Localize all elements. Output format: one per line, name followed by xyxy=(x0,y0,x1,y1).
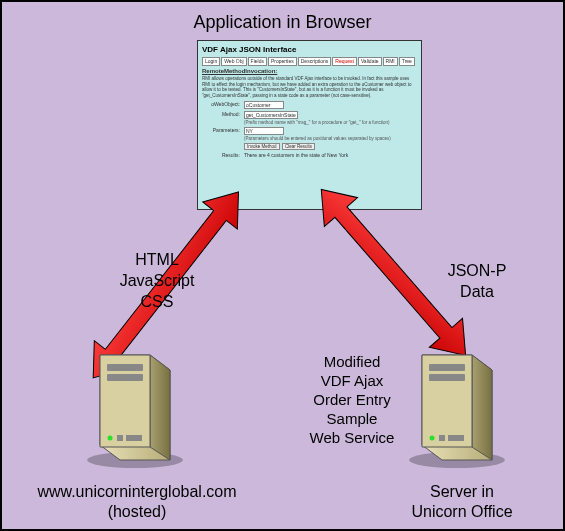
desc-l2: VDF Ajax xyxy=(302,371,402,390)
svg-rect-4 xyxy=(117,435,123,441)
svg-rect-7 xyxy=(429,364,465,371)
caption-right-l1: Server in xyxy=(362,482,562,502)
arrow-left-l3: CSS xyxy=(107,291,207,312)
desc-l4: Sample xyxy=(302,409,402,428)
arrow-right-l1: JSON-P xyxy=(432,260,522,281)
server-left-icon xyxy=(80,340,190,470)
arrow-right-label: JSON-P Data xyxy=(432,260,522,302)
svg-rect-11 xyxy=(448,435,464,441)
caption-left-l1: www.unicorninterglobal.com xyxy=(12,482,262,502)
svg-point-3 xyxy=(108,436,113,441)
svg-rect-5 xyxy=(126,435,142,441)
caption-right-l2: Unicorn Office xyxy=(362,502,562,522)
arrow-right-l2: Data xyxy=(432,281,522,302)
arrow-left-l1: HTML xyxy=(107,249,207,270)
svg-rect-10 xyxy=(439,435,445,441)
server-right-caption: Server in Unicorn Office xyxy=(362,482,562,522)
arrow-left-l2: JavaScript xyxy=(107,270,207,291)
desc-l1: Modified xyxy=(302,352,402,371)
desc-l3: Order Entry xyxy=(302,390,402,409)
desc-l5: Web Service xyxy=(302,428,402,447)
server-left-caption: www.unicorninterglobal.com (hosted) xyxy=(12,482,262,522)
server-right-icon xyxy=(402,340,512,470)
svg-rect-2 xyxy=(107,374,143,381)
svg-rect-1 xyxy=(107,364,143,371)
svg-point-9 xyxy=(430,436,435,441)
server-right-desc: Modified VDF Ajax Order Entry Sample Web… xyxy=(302,352,402,447)
caption-left-l2: (hosted) xyxy=(12,502,262,522)
svg-rect-8 xyxy=(429,374,465,381)
arrow-left-label: HTML JavaScript CSS xyxy=(107,249,207,312)
